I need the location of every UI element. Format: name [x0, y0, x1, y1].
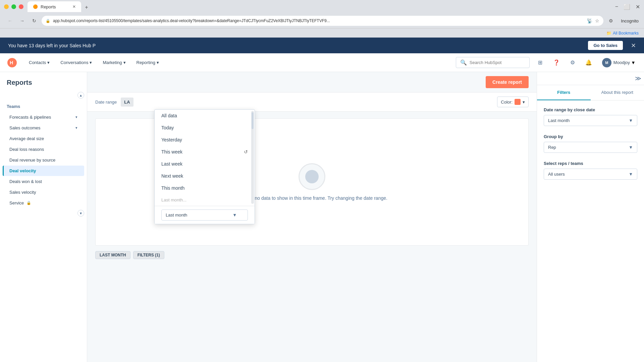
- nav-contacts[interactable]: Contacts ▾: [24, 57, 54, 68]
- notifications-icon[interactable]: 🔔: [583, 57, 594, 68]
- sidebar-item-deal-velocity[interactable]: Deal velocity: [3, 166, 84, 176]
- dropdown-this-week-label: This week: [161, 149, 182, 155]
- filter-date-range-dropdown[interactable]: Last month ▼: [544, 115, 637, 126]
- tab-close-button[interactable]: ✕: [72, 4, 76, 9]
- user-name: Moodjoy: [613, 60, 630, 65]
- tab-filters[interactable]: Filters: [537, 85, 591, 100]
- promo-banner: You have 13 days left in your Sales Hub …: [0, 38, 644, 53]
- nav-reporting[interactable]: Reporting ▾: [132, 57, 164, 68]
- dropdown-selected-value[interactable]: Last month ▼: [161, 209, 248, 221]
- promo-close-button[interactable]: ✕: [631, 42, 636, 49]
- new-tab-button[interactable]: +: [82, 3, 91, 12]
- sidebar-item-forecasts[interactable]: Forecasts & pipelines ▾: [3, 112, 84, 122]
- refresh-button[interactable]: ↻: [30, 16, 39, 25]
- dropdown-item-today[interactable]: Today: [155, 122, 255, 134]
- top-nav: H Contacts ▾ Conversations ▾ Marketing ▾…: [0, 53, 644, 72]
- sidebar-scroll-down[interactable]: ▼: [77, 210, 84, 217]
- window-maximize-icon[interactable]: ⬜: [624, 4, 630, 10]
- global-search[interactable]: 🔍: [456, 57, 530, 68]
- sidebar-category-teams-header[interactable]: Teams: [7, 103, 80, 110]
- browser-tab-reports[interactable]: 🟠 Reports ✕: [28, 1, 81, 12]
- color-picker-button[interactable]: Color: ▾: [497, 97, 529, 107]
- nav-conversations-label: Conversations: [60, 60, 88, 65]
- user-menu[interactable]: M Moodjoy ▾: [599, 57, 637, 69]
- nav-contacts-arrow: ▾: [47, 60, 50, 65]
- nav-marketing[interactable]: Marketing ▾: [98, 57, 130, 68]
- close-window-button[interactable]: [19, 4, 23, 9]
- chart-badge-filters[interactable]: FILTERS (1): [133, 251, 164, 259]
- dropdown-item-next-week[interactable]: Next week: [155, 170, 255, 182]
- sidebar-item-avg-deal-size-label: Average deal size: [9, 136, 44, 141]
- sidebar-title: Reports: [7, 79, 32, 86]
- tab-favicon: 🟠: [33, 4, 38, 9]
- chart-badge-last-month[interactable]: LAST MONTH: [95, 251, 130, 259]
- maximize-button[interactable]: [11, 4, 16, 9]
- sidebar-item-sales-velocity[interactable]: Sales velocity: [3, 187, 84, 197]
- dropdown-item-this-week[interactable]: This week ↺: [155, 146, 255, 158]
- nav-conversations[interactable]: Conversations ▾: [56, 57, 97, 68]
- filter-reps-teams: Select reps / teams All users ▼: [544, 161, 637, 180]
- filter-reps-teams-label: Select reps / teams: [544, 161, 637, 166]
- sidebar-item-service[interactable]: Service 🔒: [3, 198, 84, 208]
- sidebar-item-avg-deal-size[interactable]: Average deal size: [3, 133, 84, 144]
- report-toolbar: Date range LA All data Today Yesterday T…: [87, 93, 537, 112]
- ssl-lock-icon: 🔒: [46, 19, 50, 23]
- dropdown-item-all-data[interactable]: All data: [155, 110, 255, 122]
- minimize-button[interactable]: [4, 4, 9, 9]
- user-avatar: M: [602, 58, 611, 67]
- forward-button[interactable]: →: [17, 16, 27, 25]
- promo-cta-button[interactable]: Go to Sales: [588, 41, 623, 50]
- search-input[interactable]: [470, 60, 523, 65]
- dropdown-item-last-week[interactable]: Last week: [155, 158, 255, 170]
- sidebar-item-deal-revenue-label: Deal revenue by source: [9, 158, 55, 163]
- empty-state-inner: [305, 170, 319, 183]
- nav-conversations-arrow: ▾: [90, 60, 92, 65]
- sidebar-scroll-up[interactable]: ▲: [77, 92, 84, 99]
- incognito-label: Incognito: [621, 18, 639, 23]
- filter-date-range-label: Date range by close date: [544, 107, 637, 112]
- window-close-icon[interactable]: ✕: [636, 4, 640, 10]
- extensions-button[interactable]: ⚙: [606, 16, 615, 25]
- sidebar-category-teams: Teams: [0, 100, 87, 112]
- empty-chart-icon: There is no data to show in this time fr…: [236, 163, 387, 201]
- panel-expand-button[interactable]: ≫: [635, 75, 641, 82]
- filter-date-range-arrow: ▼: [629, 118, 633, 123]
- browser-titlebar: 🟠 Reports ✕ + − ⬜ ✕: [0, 0, 644, 13]
- create-report-button[interactable]: Create report: [486, 76, 529, 88]
- bookmark-icon[interactable]: ☆: [595, 18, 599, 23]
- all-bookmarks-link[interactable]: 📁 All Bookmarks: [606, 31, 639, 36]
- browser-addressbar: ← → ↻ 🔒 app.hubspot.com/reports-list/451…: [0, 13, 644, 28]
- back-button[interactable]: ←: [5, 16, 15, 25]
- sidebar-item-deal-revenue[interactable]: Deal revenue by source: [3, 155, 84, 165]
- bookmarks-folder-icon: 📁: [606, 31, 611, 36]
- filter-reps-teams-dropdown[interactable]: All users ▼: [544, 169, 637, 180]
- filter-group-by-label: Group by: [544, 134, 637, 139]
- address-bar[interactable]: 🔒 app.hubspot.com/reports-list/45105500/…: [42, 16, 603, 26]
- address-bar-actions: 📡 ☆: [587, 18, 599, 23]
- sidebar-item-sales-outcomes-label: Sales outcomes: [9, 125, 41, 130]
- right-panel: ≫ Filters About this report Date range b…: [537, 72, 644, 362]
- browser-chrome: 🟠 Reports ✕ + − ⬜ ✕ ← → ↻ 🔒 app.hubspot.…: [0, 0, 644, 38]
- hubspot-logo[interactable]: H: [7, 57, 17, 68]
- browser-tabs: 🟠 Reports ✕ +: [28, 1, 615, 12]
- filter-reps-teams-arrow: ▼: [629, 172, 633, 177]
- sidebar-item-deal-loss[interactable]: Deal loss reasons: [3, 144, 84, 155]
- settings-icon[interactable]: ⚙: [567, 57, 578, 68]
- help-icon[interactable]: ❓: [551, 57, 562, 68]
- tab-about-report[interactable]: About this report: [591, 85, 644, 100]
- forecasts-arrow-icon: ▾: [75, 115, 77, 119]
- grid-icon[interactable]: ⊞: [535, 57, 546, 68]
- center-content: Create report Date range LA All data Tod…: [87, 72, 537, 362]
- right-panel-tabs: Filters About this report: [537, 85, 644, 101]
- dropdown-item-this-month[interactable]: This month: [155, 182, 255, 194]
- date-range-badge: LA: [121, 98, 133, 107]
- window-minimize-icon[interactable]: −: [615, 4, 618, 10]
- sidebar-item-sales-outcomes[interactable]: Sales outcomes ▾: [3, 123, 84, 133]
- panel-expand-row: ≫: [537, 72, 644, 85]
- sidebar-item-deals-won-lost[interactable]: Deals won & lost: [3, 176, 84, 187]
- filter-group-by-dropdown[interactable]: Rep ▼: [544, 142, 637, 153]
- dropdown-scrollbar[interactable]: [251, 111, 254, 204]
- dropdown-item-yesterday[interactable]: Yesterday: [155, 134, 255, 146]
- date-range-label: Date range: [95, 100, 117, 105]
- dropdown-item-last-month-partial[interactable]: Last month...: [155, 194, 255, 206]
